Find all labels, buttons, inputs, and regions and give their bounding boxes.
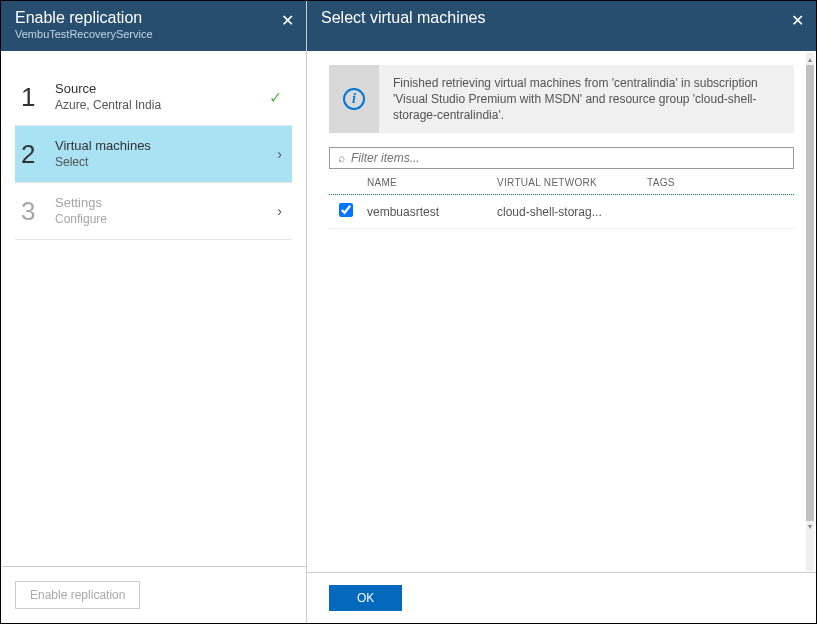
scroll-down-icon[interactable]: ▾ <box>806 521 814 533</box>
info-banner: i Finished retrieving virtual machines f… <box>329 65 794 133</box>
step-title: Virtual machines <box>55 138 277 154</box>
chevron-right-icon: › <box>277 146 282 162</box>
table-header: NAME VIRTUAL NETWORK TAGS <box>329 169 794 195</box>
info-text: Finished retrieving virtual machines fro… <box>379 65 794 133</box>
step-subtitle: Select <box>55 154 277 170</box>
step-source[interactable]: 1 Source Azure, Central India ✓ <box>15 69 292 126</box>
step-subtitle: Configure <box>55 211 277 227</box>
filter-box[interactable]: ⌕ <box>329 147 794 169</box>
scroll-thumb[interactable] <box>806 65 814 521</box>
col-network: VIRTUAL NETWORK <box>497 177 647 188</box>
step-virtual-machines[interactable]: 2 Virtual machines Select › <box>15 126 292 183</box>
step-settings[interactable]: 3 Settings Configure › <box>15 183 292 240</box>
scrollbar[interactable]: ▴ ▾ <box>806 53 814 571</box>
left-footer: Enable replication <box>1 566 306 623</box>
left-title: Enable replication <box>15 9 292 27</box>
step-number: 2 <box>21 139 55 170</box>
search-icon: ⌕ <box>338 151 345 165</box>
info-icon: i <box>343 88 365 110</box>
row-checkbox[interactable] <box>339 203 353 217</box>
col-tags: TAGS <box>647 177 790 188</box>
left-panel: Enable replication VembuTestRecoveryServ… <box>1 1 307 623</box>
right-body: i Finished retrieving virtual machines f… <box>307 51 816 572</box>
right-footer: OK <box>307 572 816 623</box>
filter-input[interactable] <box>351 151 785 165</box>
steps-list: 1 Source Azure, Central India ✓ 2 Virtua… <box>1 51 306 566</box>
close-icon[interactable]: ✕ <box>281 11 294 30</box>
right-panel: Select virtual machines ✕ i Finished ret… <box>307 1 816 623</box>
row-checkbox-wrap <box>339 203 367 220</box>
right-title: Select virtual machines <box>321 9 802 27</box>
ok-button[interactable]: OK <box>329 585 402 611</box>
scroll-up-icon[interactable]: ▴ <box>806 53 814 65</box>
step-title: Settings <box>55 195 277 211</box>
right-header: Select virtual machines ✕ <box>307 1 816 51</box>
step-subtitle: Azure, Central India <box>55 97 269 113</box>
close-icon[interactable]: ✕ <box>791 11 804 30</box>
left-header: Enable replication VembuTestRecoveryServ… <box>1 1 306 51</box>
left-subtitle: VembuTestRecoveryService <box>15 28 292 40</box>
row-name: vembuasrtest <box>367 205 497 219</box>
step-number: 1 <box>21 82 55 113</box>
col-name: NAME <box>367 177 497 188</box>
step-title: Source <box>55 81 269 97</box>
table-row[interactable]: vembuasrtest cloud-shell-storag... <box>329 195 794 229</box>
enable-replication-button[interactable]: Enable replication <box>15 581 140 609</box>
step-number: 3 <box>21 196 55 227</box>
chevron-right-icon: › <box>277 203 282 219</box>
row-network: cloud-shell-storag... <box>497 205 647 219</box>
check-icon: ✓ <box>269 88 282 107</box>
